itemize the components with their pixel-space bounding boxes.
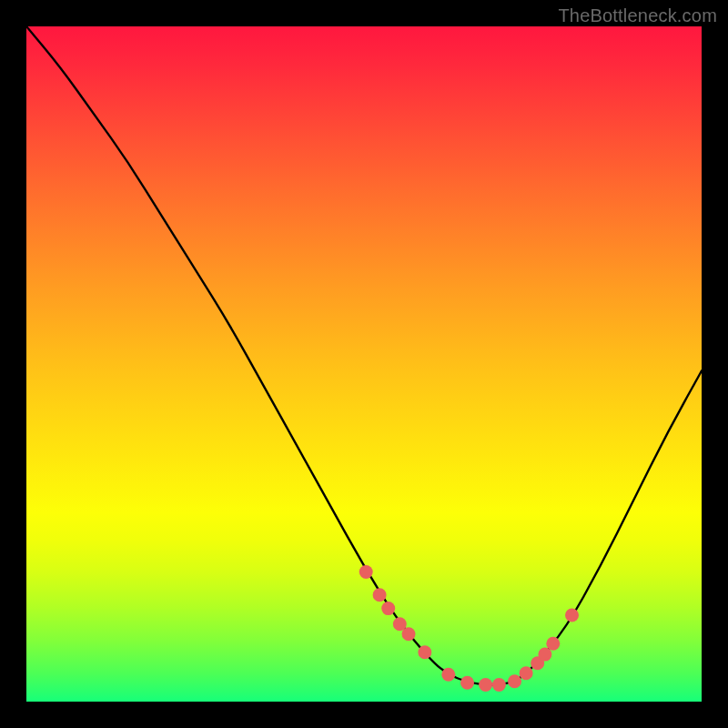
highlight-point [508, 674, 521, 688]
chart-svg [26, 26, 702, 702]
highlight-point [460, 676, 474, 690]
highlight-point [441, 668, 455, 682]
highlight-point [492, 678, 506, 692]
highlight-points [359, 565, 579, 692]
plot-area [26, 26, 702, 702]
highlight-point [565, 609, 579, 622]
highlight-point [418, 645, 431, 659]
highlight-point [359, 565, 373, 579]
highlight-point [402, 627, 416, 641]
highlight-point [381, 602, 395, 615]
highlight-point [546, 637, 560, 651]
highlight-point [538, 648, 551, 662]
chart-frame: TheBottleneck.com [0, 0, 728, 728]
highlight-point [520, 666, 533, 680]
watermark-label: TheBottleneck.com [558, 5, 717, 26]
bottleneck-curve [26, 26, 702, 685]
highlight-point [479, 678, 492, 692]
highlight-point [373, 588, 387, 602]
